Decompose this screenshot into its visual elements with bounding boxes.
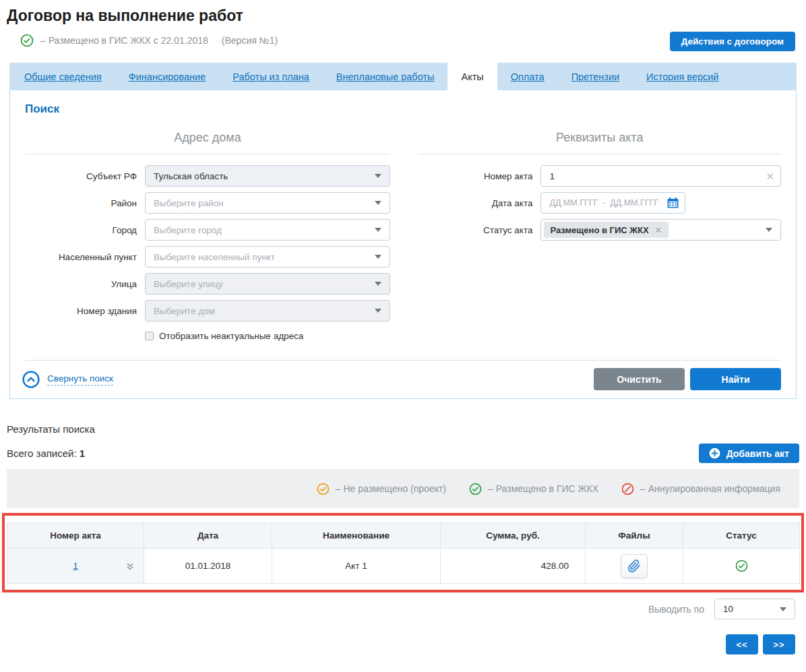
check-circle-orange-icon	[317, 483, 330, 495]
col-status: Статус	[683, 523, 800, 549]
next-page-button[interactable]: >>	[763, 634, 795, 654]
chevron-down-icon	[375, 228, 381, 232]
street-label: Улица	[25, 279, 145, 289]
chevron-down-icon	[375, 174, 381, 178]
act-number-input[interactable]	[540, 165, 781, 187]
chevron-double-down-icon[interactable]	[125, 561, 135, 572]
district-placeholder: Выберите район	[154, 198, 224, 208]
clear-icon[interactable]: ✕	[766, 171, 774, 181]
find-button[interactable]: Найти	[690, 368, 781, 390]
tab-general-info[interactable]: Общие сведения	[11, 63, 115, 90]
col-sum: Сумма, руб.	[441, 523, 586, 549]
act-number-link[interactable]: 1	[73, 561, 78, 571]
check-circle-green-icon	[20, 34, 34, 47]
search-results-section: Результаты поиска Всего записей: 1 Добав…	[7, 423, 799, 654]
total-records-label: Всего записей:	[7, 448, 77, 459]
per-page-value: 10	[723, 604, 733, 614]
chevron-down-icon	[375, 309, 381, 313]
act-number-cell: 1	[7, 549, 144, 584]
act-files-cell	[586, 549, 683, 584]
col-act-number: Номер акта	[7, 523, 144, 549]
act-name-cell: Акт 1	[272, 549, 441, 584]
settlement-placeholder: Выберите населенный пункт	[154, 252, 275, 262]
act-status-chip: Размещено в ГИС ЖКХ ✕	[544, 222, 668, 238]
show-inactive-addresses-label: Отобразить неактуальные адреса	[159, 331, 303, 341]
settlement-label: Населенный пункт	[25, 252, 145, 262]
legend-item-annulled-text: – Аннулированная информация	[640, 483, 780, 494]
page-header: Договор на выполнение работ – Размещено …	[0, 0, 806, 51]
act-date-label: Дата акта	[418, 198, 540, 208]
page-title: Договор на выполнение работ	[7, 7, 795, 25]
tab-acts[interactable]: Акты	[447, 63, 497, 90]
chevron-down-icon	[375, 255, 381, 259]
act-status-select[interactable]: Размещено в ГИС ЖКХ ✕	[540, 219, 781, 241]
tab-plan-works[interactable]: Работы из плана	[219, 63, 323, 90]
plus-circle-icon	[709, 448, 720, 459]
collapse-search-label[interactable]: Свернуть поиск	[47, 373, 113, 386]
add-act-button[interactable]: Добавить акт	[699, 444, 799, 463]
legend-item-draft-text: – Не размещено (проект)	[336, 483, 446, 494]
total-records-value: 1	[80, 448, 85, 459]
address-section: Адрес дома Субъект РФ Тульская область Р…	[25, 131, 390, 341]
add-act-button-label: Добавить акт	[726, 448, 789, 459]
annotation-highlight-box: Номер акта Дата Наименование Сумма, руб.…	[2, 513, 804, 592]
subject-rf-select[interactable]: Тульская область	[145, 165, 390, 187]
contract-actions-button[interactable]: Действия с договором	[670, 32, 795, 51]
district-label: Район	[25, 198, 145, 208]
prev-page-button[interactable]: <<	[726, 634, 758, 654]
collapse-search-toggle[interactable]: Свернуть поиск	[22, 371, 113, 388]
legend-item-placed: – Размещено в ГИС ЖКХ	[469, 483, 598, 495]
act-requisites-section: Реквизиты акта Номер акта ✕ Дата акта	[418, 131, 781, 341]
legend-item-placed-text: – Размещено в ГИС ЖКХ	[488, 483, 598, 494]
district-select[interactable]: Выберите район	[145, 192, 390, 214]
city-placeholder: Выберите город	[154, 225, 222, 235]
building-number-select[interactable]: Выберите дом	[145, 300, 390, 322]
col-date: Дата	[144, 523, 272, 549]
circle-chevron-up-icon[interactable]	[22, 371, 40, 388]
tab-unplanned-works[interactable]: Внеплановые работы	[323, 63, 448, 90]
chevron-down-icon	[375, 201, 381, 205]
pagination-controls: Выводить по 10	[7, 599, 799, 619]
chevron-down-icon	[780, 607, 786, 611]
settlement-select[interactable]: Выберите населенный пункт	[145, 246, 390, 268]
address-section-title: Адрес дома	[25, 131, 390, 154]
contract-acts-page: Договор на выполнение работ – Размещено …	[0, 0, 806, 672]
tab-payment[interactable]: Оплата	[497, 63, 558, 90]
act-number-label: Номер акта	[418, 171, 540, 181]
calendar-icon[interactable]	[667, 197, 679, 208]
subject-rf-label: Субъект РФ	[25, 171, 145, 181]
tab-version-history[interactable]: История версий	[633, 63, 732, 90]
subject-rf-value: Тульская область	[154, 171, 228, 181]
legend-item-draft: – Не размещено (проект)	[317, 483, 446, 495]
contract-status-line: – Размещено в ГИС ЖКХ с 22.01.2018 (Верс…	[20, 32, 278, 47]
table-header-row: Номер акта Дата Наименование Сумма, руб.…	[7, 523, 800, 549]
check-circle-green-icon	[735, 559, 748, 572]
check-circle-green-icon	[469, 483, 482, 495]
contract-status-text: – Размещено в ГИС ЖКХ с 22.01.2018	[40, 35, 208, 46]
show-inactive-addresses-checkbox[interactable]	[145, 332, 154, 340]
pager: << >>	[7, 634, 799, 654]
per-page-label: Выводить по	[648, 604, 704, 615]
building-number-placeholder: Выберите дом	[154, 306, 215, 316]
clear-button[interactable]: Очистить	[594, 368, 685, 390]
city-label: Город	[25, 225, 145, 235]
per-page-select[interactable]: 10	[714, 599, 795, 619]
act-requisites-title: Реквизиты акта	[418, 131, 781, 154]
tabs-bar: Общие сведения Финансирование Работы из …	[9, 63, 797, 90]
city-select[interactable]: Выберите город	[145, 219, 390, 241]
tab-claims[interactable]: Претензии	[558, 63, 633, 90]
search-panel: Поиск Адрес дома Субъект РФ Тульская обл…	[9, 90, 797, 399]
chip-remove-icon[interactable]: ✕	[655, 225, 662, 235]
act-status-cell	[683, 549, 800, 584]
street-placeholder: Выберите улицу	[154, 279, 223, 289]
tab-financing[interactable]: Финансирование	[115, 63, 219, 90]
street-select[interactable]: Выберите улицу	[145, 273, 390, 295]
paperclip-icon[interactable]	[621, 554, 648, 578]
col-files: Файлы	[586, 523, 683, 549]
act-status-label: Статус акта	[418, 225, 540, 235]
status-legend-bar: – Не размещено (проект) – Размещено в ГИ…	[7, 469, 799, 508]
act-date-input[interactable]	[548, 197, 663, 208]
chevron-down-icon	[766, 228, 772, 232]
chevron-down-icon	[375, 282, 381, 286]
act-sum-cell: 428.00	[441, 549, 586, 584]
